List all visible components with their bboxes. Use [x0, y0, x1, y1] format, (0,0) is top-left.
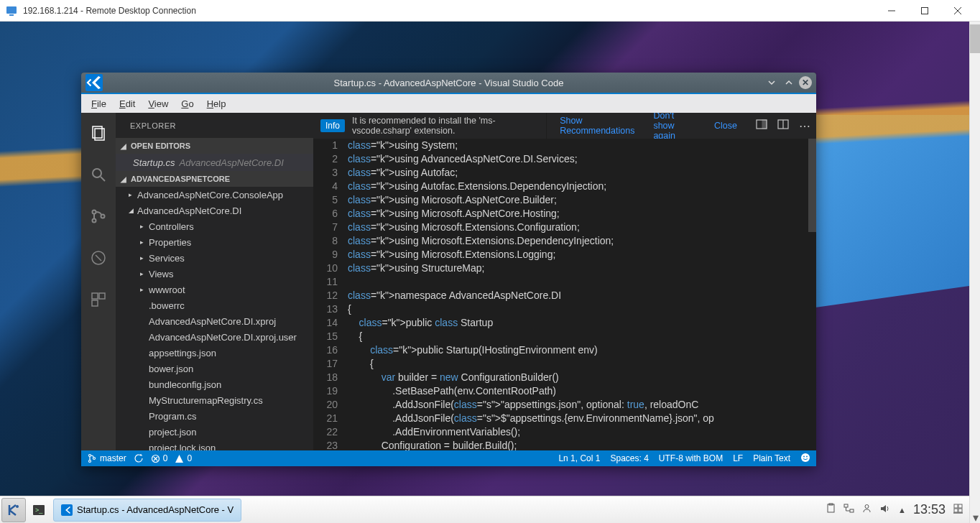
menu-go[interactable]: Go — [175, 97, 199, 111]
svg-text:>_: >_ — [35, 506, 43, 514]
folder-services[interactable]: ▸ Services — [116, 250, 313, 266]
rdp-vertical-scrollbar[interactable]: ▾ — [969, 22, 980, 523]
search-activity[interactable] — [81, 160, 116, 189]
file-advancedaspnetcore-di-xproj-user[interactable]: AdvancedAspNetCore.DI.xproj.user — [116, 329, 313, 345]
notification-text: It is recommended to install the 'ms-vsc… — [352, 116, 539, 136]
sync-status[interactable] — [134, 453, 144, 463]
show-desktop-icon[interactable] — [953, 503, 963, 517]
svg-rect-0 — [6, 6, 17, 14]
remote-desktop-area: Startup.cs - AdvancedAspNetCore - Visual… — [0, 22, 969, 523]
tray-volume-icon[interactable] — [879, 503, 891, 517]
warnings-status[interactable]: 0 — [175, 453, 192, 463]
svg-rect-1 — [9, 14, 14, 16]
taskbar-clock[interactable]: 13:53 — [913, 502, 946, 517]
terminal-launcher[interactable]: >_ — [27, 499, 50, 522]
folder-advancedaspnetcore-consoleapp[interactable]: ▸ AdvancedAspNetCore.ConsoleApp — [116, 187, 313, 203]
vscode-window: Startup.cs - AdvancedAspNetCore - Visual… — [81, 73, 816, 466]
vscode-titlebar[interactable]: Startup.cs - AdvancedAspNetCore - Visual… — [81, 73, 816, 93]
status-bar: master 0 0 Ln 1, Col 1 Spaces: 4 UTF-8 w… — [81, 450, 816, 466]
encoding-status[interactable]: UTF-8 with BOM — [659, 453, 723, 463]
menu-view[interactable]: View — [142, 97, 174, 111]
kde-logo-icon — [6, 503, 21, 517]
folder-wwwroot[interactable]: ▸ wwwroot — [116, 282, 313, 297]
svg-line-9 — [101, 177, 105, 181]
more-actions-icon[interactable]: ⋯ — [799, 119, 810, 133]
menu-help[interactable]: Help — [201, 97, 232, 111]
file-advancedaspnetcore-di-xproj[interactable]: AdvancedAspNetCore.DI.xproj — [116, 313, 313, 329]
svg-point-11 — [93, 219, 96, 223]
svg-rect-40 — [954, 504, 958, 508]
code-content[interactable]: class="k">using System;class="k">using A… — [348, 139, 808, 450]
editor-scrollbar[interactable] — [808, 139, 816, 450]
svg-rect-35 — [828, 504, 834, 512]
application-menu-button[interactable] — [1, 498, 26, 522]
indentation-status[interactable]: Spaces: 4 — [610, 453, 648, 463]
maximize-button[interactable] — [908, 0, 941, 22]
file-project-lock-json[interactable]: project.lock.json — [116, 440, 313, 450]
eol-status[interactable]: LF — [733, 453, 743, 463]
errors-status[interactable]: 0 — [151, 453, 168, 463]
tray-user-icon[interactable] — [861, 503, 872, 517]
tray-network-icon[interactable] — [843, 503, 854, 517]
file-bower-json[interactable]: bower.json — [116, 361, 313, 376]
svg-rect-15 — [92, 293, 98, 299]
workspace-section[interactable]: ◢ ADVANCEDASPNETCORE — [116, 171, 313, 187]
language-mode-status[interactable]: Plain Text — [753, 453, 790, 463]
folder-views[interactable]: ▸ Views — [116, 266, 313, 282]
rdp-title: 192.168.1.214 - Remote Desktop Connectio… — [23, 6, 196, 16]
svg-rect-37 — [844, 504, 848, 507]
folder-properties[interactable]: ▸ Properties — [116, 234, 313, 250]
vscode-maximize-button[interactable] — [782, 75, 796, 90]
tray-clipboard-icon[interactable] — [826, 503, 836, 517]
source-control-activity[interactable] — [81, 202, 116, 231]
activity-bar — [81, 113, 116, 450]
open-editor-item[interactable]: Startup.cs AdvancedAspNetCore.DI — [116, 154, 313, 171]
folder-advancedaspnetcore-di[interactable]: ◢ AdvancedAspNetCore.DI — [116, 203, 313, 218]
extensions-activity[interactable] — [81, 285, 116, 314]
scrollbar-thumb[interactable] — [970, 24, 980, 53]
chevron-right-icon: ▸ — [140, 254, 149, 262]
debug-activity[interactable] — [81, 244, 116, 272]
tray-expand-icon[interactable]: ▲ — [898, 506, 906, 514]
scrollbar-thumb[interactable] — [808, 139, 816, 232]
git-branch-status[interactable]: master — [87, 453, 126, 463]
feedback-icon[interactable] — [800, 453, 810, 465]
sync-icon — [134, 453, 144, 463]
vscode-close-button[interactable]: ✕ — [799, 76, 812, 89]
open-editors-section[interactable]: ◢ OPEN EDITORS — [116, 138, 313, 154]
file-program-cs[interactable]: Program.cs — [116, 408, 313, 424]
taskbar-app-title: Startup.cs - AdvancedAspNetCore - V — [77, 504, 234, 515]
svg-rect-42 — [954, 509, 958, 512]
close-notification-link[interactable]: Close — [708, 121, 743, 131]
explorer-header: EXPLORER — [116, 113, 313, 138]
code-editor[interactable]: 1234567891011121314151617181920212223 cl… — [313, 139, 816, 450]
file--bowerrc[interactable]: .bowerrc — [116, 297, 313, 313]
error-icon — [151, 454, 160, 463]
git-branch-icon — [87, 453, 97, 463]
menu-file[interactable]: File — [85, 97, 112, 111]
menu-edit[interactable]: Edit — [114, 97, 141, 111]
taskbar-app-vscode[interactable]: Startup.cs - AdvancedAspNetCore - V — [53, 499, 241, 522]
minimize-button[interactable] — [875, 0, 908, 22]
file-bundleconfig-json[interactable]: bundleconfig.json — [116, 376, 313, 392]
scrollbar-down-icon[interactable]: ▾ — [970, 512, 980, 523]
file-appsettings-json[interactable]: appsettings.json — [116, 345, 313, 361]
close-button[interactable] — [941, 0, 974, 22]
svg-point-12 — [101, 215, 105, 218]
explorer-activity[interactable] — [81, 119, 116, 147]
cursor-position[interactable]: Ln 1, Col 1 — [558, 453, 600, 463]
file-project-json[interactable]: project.json — [116, 424, 313, 440]
split-editor-icon[interactable] — [756, 119, 767, 133]
svg-rect-3 — [922, 7, 928, 14]
show-recommendations-link[interactable]: Show Recommendations — [554, 116, 640, 136]
warning-icon — [175, 454, 184, 463]
rdp-icon — [6, 5, 17, 17]
vscode-minimize-button[interactable] — [764, 75, 779, 90]
dont-show-again-link[interactable]: Don't show again — [647, 113, 701, 139]
line-numbers-gutter: 1234567891011121314151617181920212223 — [313, 139, 348, 450]
file-mystructuremapregistry-cs[interactable]: MyStructuremapRegistry.cs — [116, 392, 313, 408]
info-badge: Info — [320, 119, 345, 132]
folder-controllers[interactable]: ▸ Controllers — [116, 218, 313, 234]
svg-point-30 — [806, 455, 808, 457]
editor-layout-icon[interactable] — [777, 119, 789, 133]
